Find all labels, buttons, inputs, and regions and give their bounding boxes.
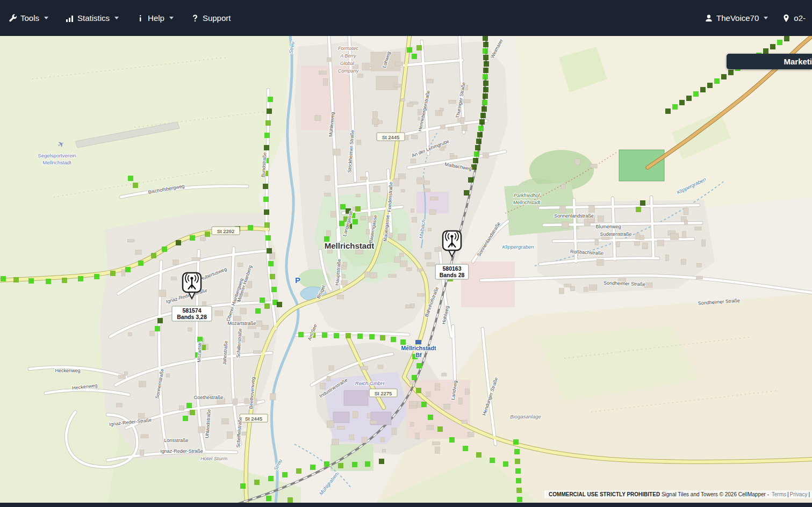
signal-tile	[78, 276, 83, 281]
signal-tile	[483, 93, 488, 99]
signal-tile	[479, 119, 485, 125]
signal-tile	[334, 333, 339, 338]
map-label: Parkfriedhof	[514, 193, 541, 198]
signal-tile	[282, 472, 288, 477]
signal-tile	[483, 81, 488, 86]
signal-tile	[468, 177, 473, 183]
signal-tile	[449, 437, 455, 443]
signal-tile	[254, 480, 260, 485]
signal-tile	[151, 253, 156, 258]
signal-tile	[125, 267, 131, 272]
map-canvas[interactable]: St 2445St 2292St 2275St 2445 Mellrichsta…	[0, 36, 812, 503]
signal-tile	[693, 91, 699, 97]
signal-tile	[515, 459, 520, 464]
signal-tile	[483, 48, 488, 54]
signal-tile	[473, 158, 478, 163]
signal-tile	[476, 452, 482, 458]
signal-tile	[357, 334, 363, 339]
nav-item-tools[interactable]: Tools	[9, 13, 48, 23]
signal-tile	[721, 74, 727, 79]
signal-tile	[379, 459, 384, 464]
signal-tile	[264, 303, 270, 309]
caret-down-icon	[44, 17, 48, 19]
map-label: Hotel Sturm	[200, 455, 227, 461]
signal-tile	[277, 302, 282, 307]
signal-tile	[264, 145, 269, 150]
map-label: Mellrichstadt	[325, 241, 375, 250]
signal-tile	[28, 278, 34, 284]
signal-tile	[339, 221, 344, 226]
signal-tile	[176, 240, 181, 245]
signal-tile	[352, 462, 357, 467]
signal-tile	[186, 403, 192, 408]
privacy-link[interactable]: Privacy	[790, 491, 808, 497]
signal-tile	[517, 497, 522, 502]
attribution-text: Signal Tiles and Towers © 2026 CellMappe…	[660, 491, 771, 497]
nav-label-tools: Tools	[20, 13, 39, 23]
signal-tile	[428, 415, 433, 420]
marketing-panel-button[interactable]: Marketi	[727, 54, 812, 69]
signal-tile	[665, 108, 671, 114]
signal-tile	[268, 261, 274, 266]
nav-item-user[interactable]: TheVoice70	[705, 13, 768, 23]
signal-tile	[483, 87, 488, 92]
road-shield: St 2292	[212, 227, 240, 235]
signal-tile	[62, 278, 67, 283]
top-navbar: Tools Statistics Help Support TheVoice70	[0, 0, 812, 36]
road-shield: St 2275	[369, 389, 397, 397]
signal-tile	[190, 410, 195, 415]
signal-tile	[777, 40, 782, 45]
signal-tile	[513, 439, 519, 445]
signal-tile	[483, 68, 488, 73]
tower-label: 581574Bands 3,28	[172, 306, 212, 321]
svg-text:St 2445: St 2445	[382, 134, 400, 140]
caret-down-icon	[169, 17, 174, 19]
signal-tile	[271, 287, 277, 292]
signal-tile	[437, 426, 443, 432]
signal-tile	[416, 363, 422, 368]
signal-tile	[728, 70, 734, 75]
signal-tile	[503, 461, 508, 467]
map-label: Mellrichstadt	[513, 200, 541, 205]
signal-tile	[483, 74, 488, 79]
attribution-tail: |	[808, 491, 810, 497]
signal-tile	[482, 106, 487, 112]
info-icon	[136, 14, 145, 23]
signal-tile	[490, 458, 495, 463]
footer-bar	[0, 503, 812, 507]
nav-item-provider[interactable]: o2-	[782, 13, 806, 23]
map-label: Sudetenstraße	[600, 231, 631, 237]
signal-tile	[248, 225, 253, 230]
road-shield: St 2445	[377, 133, 405, 141]
signal-tile	[516, 478, 521, 483]
map-label: Blumenweg	[595, 224, 621, 229]
signal-tile	[324, 461, 329, 467]
navbar-right: TheVoice70 o2-	[705, 13, 803, 23]
signal-tile	[686, 96, 692, 101]
map-label: A Berry	[340, 53, 356, 59]
signal-tile	[714, 78, 720, 84]
signal-tile	[515, 468, 521, 474]
map-label: Mozartstr.	[196, 341, 202, 363]
nav-label-support: Support	[203, 13, 231, 23]
nav-item-help[interactable]: Help	[136, 13, 174, 23]
map[interactable]: St 2445St 2292St 2275St 2445 Mellrichsta…	[0, 36, 812, 503]
signal-tile	[322, 332, 327, 338]
signal-tile	[700, 87, 706, 92]
signal-tile	[407, 47, 412, 53]
signal-tile	[155, 326, 160, 331]
svg-text:St 2292: St 2292	[217, 228, 235, 234]
signal-tile	[260, 298, 265, 303]
signal-tile	[640, 200, 645, 206]
terms-link[interactable]: Terms	[772, 491, 786, 497]
svg-text:St 2275: St 2275	[375, 390, 392, 396]
map-label: Bf	[415, 352, 422, 358]
signal-tile	[380, 335, 385, 341]
map-label: Company	[338, 68, 359, 74]
attribution-warning: COMMERCIAL USE STRICTLY PROHIBITED	[549, 491, 660, 497]
signal-tile	[369, 334, 375, 339]
nav-item-support[interactable]: Support	[191, 13, 231, 23]
signal-tile	[400, 339, 406, 345]
signal-tile	[267, 108, 272, 114]
nav-item-statistics[interactable]: Statistics	[66, 13, 119, 23]
